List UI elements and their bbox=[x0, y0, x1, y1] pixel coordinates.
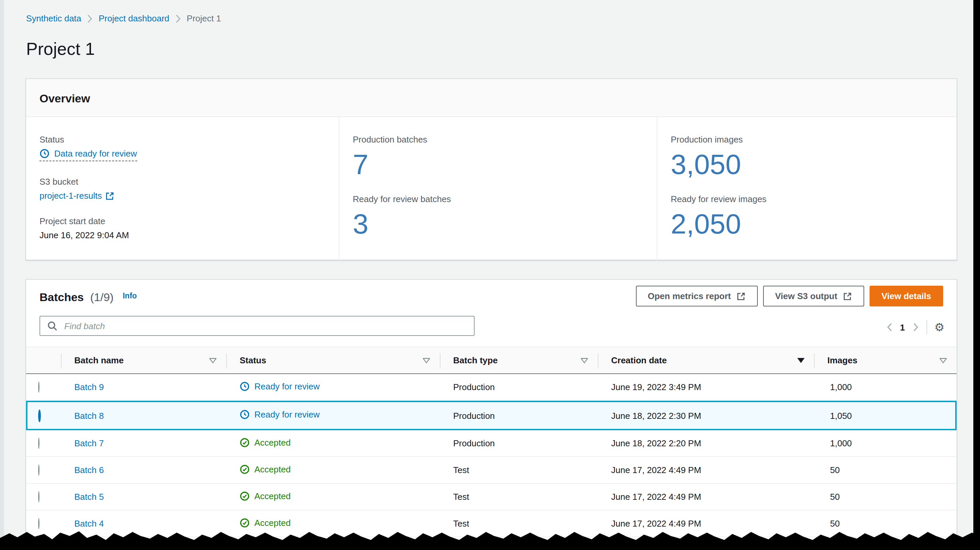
view-details-label: View details bbox=[881, 291, 931, 301]
radio-button[interactable] bbox=[38, 409, 41, 422]
view-s3-output-label: View S3 output bbox=[775, 291, 837, 301]
status-cell: Accepted bbox=[240, 464, 291, 474]
images-cell: 1,000 bbox=[814, 382, 956, 392]
clock-icon bbox=[240, 410, 250, 420]
column-label: Creation date bbox=[611, 355, 667, 365]
status-text: Ready for review bbox=[255, 410, 320, 420]
status-cell: Accepted bbox=[240, 518, 291, 528]
column-label: Images bbox=[827, 355, 858, 365]
batch-name-link[interactable]: Batch 4 bbox=[74, 518, 104, 529]
column-label: Batch type bbox=[453, 355, 498, 365]
overview-panel: Overview Status Data ready for review S3… bbox=[25, 78, 957, 260]
batch-name-link[interactable]: Batch 5 bbox=[74, 492, 104, 502]
breadcrumb: Synthetic data Project dashboard Project… bbox=[26, 13, 221, 24]
column-header-batch-type[interactable]: Batch type bbox=[440, 347, 598, 374]
check-circle-icon bbox=[240, 437, 250, 447]
radio-button[interactable] bbox=[38, 464, 40, 476]
overview-body: Status Data ready for review S3 bucket p… bbox=[26, 117, 956, 261]
check-circle-icon bbox=[240, 491, 250, 501]
filter-icon[interactable] bbox=[209, 357, 217, 363]
creation-date-cell: June 17, 2022 4:49 PM bbox=[598, 492, 814, 502]
s3-bucket-link[interactable]: project-1-results bbox=[40, 191, 115, 201]
column-header-batch-name[interactable]: Batch name bbox=[61, 347, 226, 374]
clock-icon bbox=[40, 149, 49, 159]
torn-edge bbox=[0, 530, 980, 550]
status-text: Accepted bbox=[255, 491, 291, 501]
batch-name-link[interactable]: Batch 7 bbox=[74, 438, 104, 448]
filter-icon[interactable] bbox=[422, 357, 430, 363]
search-box bbox=[40, 316, 475, 336]
status-label: Status bbox=[40, 135, 325, 145]
settings-gear-icon[interactable]: ⚙ bbox=[934, 321, 945, 333]
batch-type-cell: Production bbox=[440, 382, 598, 392]
table-row[interactable]: Batch 9 Ready for review Production June… bbox=[26, 374, 956, 401]
status-value: Data ready for review bbox=[54, 149, 137, 159]
batches-heading-line: Batches (1/9) Info bbox=[40, 291, 137, 304]
search-input[interactable] bbox=[63, 320, 467, 332]
filter-icon[interactable] bbox=[939, 357, 947, 363]
creation-date-cell: June 18, 2022 2:20 PM bbox=[598, 438, 814, 448]
batch-name-link[interactable]: Batch 6 bbox=[74, 465, 104, 475]
overview-panel-header: Overview bbox=[26, 79, 956, 117]
radio-button[interactable] bbox=[38, 491, 40, 502]
batch-type-cell: Production bbox=[440, 410, 598, 421]
status-cell: Accepted bbox=[240, 491, 291, 501]
breadcrumb-link-synthetic-data[interactable]: Synthetic data bbox=[26, 13, 81, 24]
open-metrics-report-button[interactable]: Open metrics report bbox=[636, 286, 758, 307]
batch-type-cell: Test bbox=[440, 465, 598, 475]
check-circle-icon bbox=[240, 518, 250, 528]
batch-type-cell: Test bbox=[440, 518, 598, 529]
status-text: Accepted bbox=[255, 518, 291, 528]
chevron-right-icon bbox=[88, 14, 93, 23]
production-images-label: Production images bbox=[671, 135, 943, 145]
column-header-creation-date[interactable]: Creation date bbox=[598, 347, 814, 374]
view-details-button[interactable]: View details bbox=[870, 286, 943, 307]
radio-button[interactable] bbox=[38, 382, 40, 393]
column-header-status[interactable]: Status bbox=[226, 347, 440, 374]
status-cell: Ready for review bbox=[240, 410, 320, 420]
batch-type-cell: Test bbox=[440, 492, 598, 502]
table-header-row: Batch name Status Batch type Creation da… bbox=[26, 347, 956, 374]
external-link-icon bbox=[843, 291, 852, 301]
radio-button[interactable] bbox=[38, 437, 40, 449]
status-cell: Accepted bbox=[240, 437, 291, 447]
overview-column-batches: Production batches 7 Ready for review ba… bbox=[339, 117, 657, 261]
overview-column-images: Production images 3,050 Ready for review… bbox=[657, 117, 956, 261]
status-text: Ready for review bbox=[255, 381, 320, 391]
clock-icon bbox=[240, 381, 250, 391]
table-row[interactable]: Batch 5 Accepted Test June 17, 2022 4:49… bbox=[26, 484, 956, 510]
view-s3-output-button[interactable]: View S3 output bbox=[763, 286, 864, 307]
breadcrumb-link-project-dashboard[interactable]: Project dashboard bbox=[99, 13, 169, 24]
batches-table: Batch name Status Batch type Creation da… bbox=[26, 347, 956, 537]
previous-page-icon[interactable] bbox=[886, 322, 892, 332]
batch-type-cell: Production bbox=[440, 438, 598, 448]
batch-name-link[interactable]: Batch 8 bbox=[74, 410, 104, 421]
status-text: Accepted bbox=[255, 437, 291, 447]
sort-descending-icon[interactable] bbox=[797, 358, 805, 363]
external-link-icon bbox=[737, 291, 746, 301]
external-link-icon bbox=[105, 191, 115, 200]
radio-button[interactable] bbox=[38, 518, 40, 529]
info-link[interactable]: Info bbox=[123, 292, 137, 300]
next-page-icon[interactable] bbox=[912, 322, 919, 332]
status-cell: Ready for review bbox=[240, 381, 320, 391]
table-row[interactable]: Batch 7 Accepted Production June 18, 202… bbox=[26, 430, 956, 457]
open-metrics-report-label: Open metrics report bbox=[648, 291, 731, 301]
status-text: Accepted bbox=[255, 464, 291, 474]
batch-name-link[interactable]: Batch 9 bbox=[74, 382, 104, 392]
creation-date-cell: June 19, 2022 3:49 PM bbox=[598, 382, 814, 392]
production-batches-value: 7 bbox=[353, 150, 643, 179]
project-start-date-value: June 16, 2022 9:04 AM bbox=[40, 230, 325, 240]
window-right-edge bbox=[973, 0, 980, 550]
filter-icon[interactable] bbox=[581, 357, 589, 363]
s3-bucket-name: project-1-results bbox=[40, 191, 102, 201]
page-number[interactable]: 1 bbox=[900, 322, 905, 332]
overview-column-status: Status Data ready for review S3 bucket p… bbox=[26, 117, 339, 261]
images-cell: 50 bbox=[814, 492, 956, 502]
status-value-link[interactable]: Data ready for review bbox=[40, 149, 137, 161]
table-row[interactable]: Batch 8 Ready for review Production June… bbox=[26, 401, 956, 430]
project-start-date-label: Project start date bbox=[40, 216, 325, 226]
overview-heading: Overview bbox=[40, 92, 90, 105]
table-row[interactable]: Batch 6 Accepted Test June 17, 2022 4:49… bbox=[26, 457, 956, 484]
column-header-images[interactable]: Images bbox=[814, 347, 956, 374]
